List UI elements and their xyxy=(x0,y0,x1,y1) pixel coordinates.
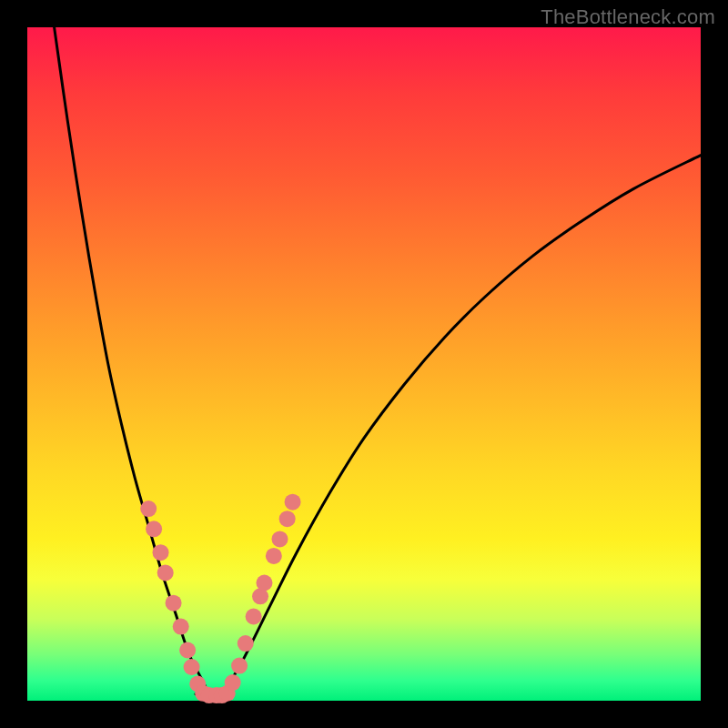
plot-area xyxy=(27,27,701,701)
data-dot xyxy=(256,575,272,592)
data-dot xyxy=(279,511,296,527)
watermark-text: TheBottleneck.com xyxy=(541,5,715,29)
data-dot xyxy=(173,619,189,635)
data-dot xyxy=(272,531,288,547)
chart-frame: TheBottleneck.com xyxy=(0,0,728,728)
data-dot xyxy=(231,658,248,674)
dot-group xyxy=(140,494,300,703)
curve-group xyxy=(55,27,701,698)
data-dot xyxy=(157,564,174,581)
curve-left-curve xyxy=(55,27,209,694)
data-dot xyxy=(166,595,182,612)
data-dot xyxy=(179,642,196,659)
data-dot xyxy=(285,494,301,511)
data-dot xyxy=(225,674,241,691)
data-dot xyxy=(246,609,262,625)
data-dot xyxy=(140,500,157,517)
data-dot xyxy=(153,544,169,561)
data-dot xyxy=(184,659,200,675)
data-dot xyxy=(146,521,162,537)
data-dot xyxy=(238,635,254,652)
curve-right-curve xyxy=(223,156,701,694)
chart-overlay xyxy=(27,27,701,701)
data-dot xyxy=(266,548,282,564)
